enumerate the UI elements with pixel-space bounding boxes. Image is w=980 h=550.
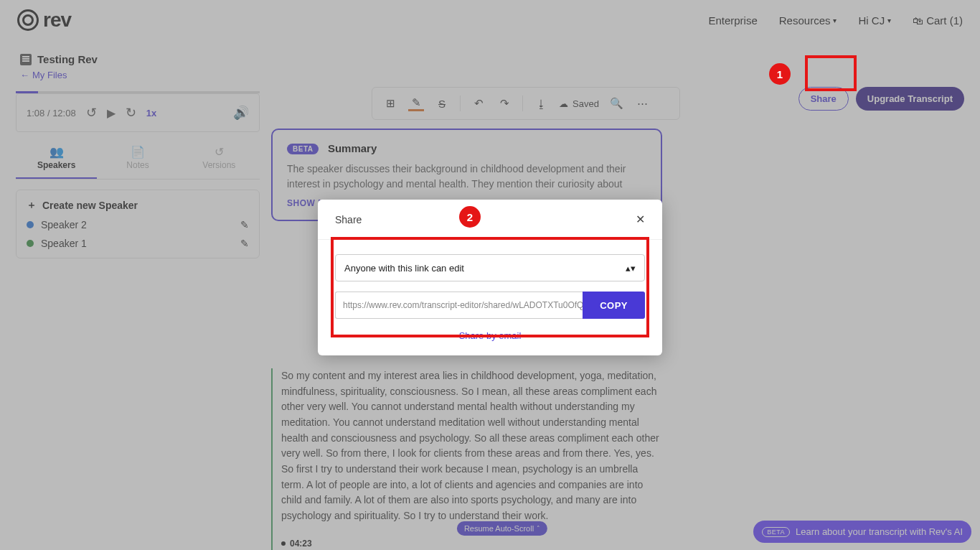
select-caret-icon: ▴▾ (626, 263, 636, 274)
share-permission-label: Anyone with this link can edit (344, 263, 464, 274)
modal-title: Share (335, 214, 362, 225)
share-link-field[interactable]: https://www.rev.com/transcript-editor/sh… (335, 292, 583, 319)
close-icon[interactable]: ✕ (636, 213, 645, 226)
share-by-email-link[interactable]: Share by email (335, 330, 645, 341)
share-permission-select[interactable]: Anyone with this link can edit ▴▾ (335, 254, 645, 281)
copy-link-button[interactable]: COPY (583, 292, 645, 319)
share-modal: Share ✕ Anyone with this link can edit ▴… (318, 200, 662, 355)
